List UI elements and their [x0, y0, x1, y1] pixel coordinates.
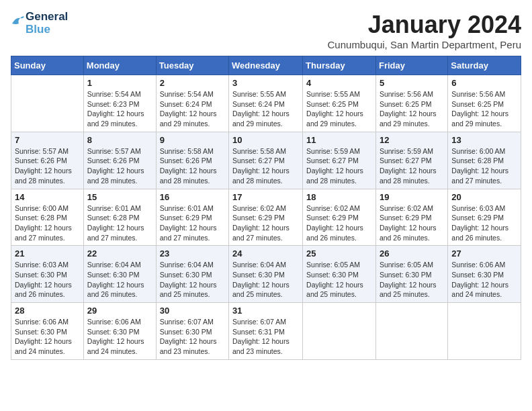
calendar-cell: 18 Sunrise: 6:02 AM Sunset: 6:29 PM Dayl… — [303, 189, 376, 246]
sunrise: Sunrise: 6:06 AM — [87, 318, 141, 326]
page-header: General Blue January 2024 Cunumbuqui, Sa… — [11, 11, 521, 50]
calendar-week-row: 14 Sunrise: 6:00 AM Sunset: 6:28 PM Dayl… — [11, 189, 521, 246]
sunset: Sunset: 6:29 PM — [451, 214, 504, 222]
day-number: 18 — [306, 192, 372, 202]
day-number: 2 — [160, 78, 225, 88]
calendar-cell: 28 Sunrise: 6:06 AM Sunset: 6:30 PM Dayl… — [11, 303, 84, 360]
daylight: Daylight: 12 hours and 23 minutes. — [160, 337, 217, 355]
day-number: 5 — [380, 78, 444, 88]
day-number: 16 — [160, 192, 225, 202]
calendar-day-header: Tuesday — [156, 56, 228, 75]
daylight: Daylight: 12 hours and 26 minutes. — [87, 281, 144, 299]
day-number: 21 — [15, 248, 80, 259]
day-number: 12 — [380, 135, 444, 145]
day-info: Sunrise: 5:59 AM Sunset: 6:27 PM Dayligh… — [306, 146, 372, 186]
daylight: Daylight: 12 hours and 27 minutes. — [160, 224, 217, 242]
day-number: 25 — [306, 248, 372, 259]
calendar-cell: 10 Sunrise: 5:58 AM Sunset: 6:27 PM Dayl… — [229, 132, 303, 189]
sunrise: Sunrise: 6:03 AM — [451, 204, 505, 212]
day-info: Sunrise: 6:05 AM Sunset: 6:30 PM Dayligh… — [306, 260, 372, 300]
day-number: 8 — [87, 135, 152, 145]
calendar-cell: 23 Sunrise: 6:04 AM Sunset: 6:30 PM Dayl… — [156, 246, 228, 303]
calendar-day-header: Wednesday — [229, 56, 303, 75]
day-number: 7 — [15, 135, 80, 145]
sunset: Sunset: 6:31 PM — [232, 328, 285, 336]
calendar-table: SundayMondayTuesdayWednesdayThursdayFrid… — [11, 56, 521, 360]
day-number: 24 — [232, 248, 299, 259]
day-number: 28 — [15, 306, 80, 316]
sunset: Sunset: 6:27 PM — [232, 156, 285, 165]
day-number: 19 — [380, 192, 444, 202]
calendar-week-row: 28 Sunrise: 6:06 AM Sunset: 6:30 PM Dayl… — [11, 303, 521, 360]
calendar-cell: 9 Sunrise: 5:58 AM Sunset: 6:26 PM Dayli… — [156, 132, 228, 189]
logo-bird-icon — [11, 11, 24, 36]
sunrise: Sunrise: 6:02 AM — [306, 204, 360, 212]
day-info: Sunrise: 5:56 AM Sunset: 6:25 PM Dayligh… — [380, 89, 444, 129]
day-info: Sunrise: 6:06 AM Sunset: 6:30 PM Dayligh… — [87, 317, 152, 357]
day-number: 3 — [232, 78, 299, 88]
calendar-cell: 30 Sunrise: 6:07 AM Sunset: 6:30 PM Dayl… — [156, 303, 228, 360]
day-number: 30 — [160, 306, 225, 316]
day-info: Sunrise: 6:02 AM Sunset: 6:29 PM Dayligh… — [232, 203, 299, 243]
day-number: 22 — [87, 248, 152, 259]
daylight: Daylight: 12 hours and 24 minutes. — [87, 337, 144, 355]
calendar-cell — [11, 75, 84, 132]
sunset: Sunset: 6:28 PM — [451, 156, 504, 165]
sunrise: Sunrise: 5:54 AM — [87, 90, 141, 98]
sunrise: Sunrise: 5:57 AM — [15, 147, 69, 155]
day-info: Sunrise: 6:01 AM Sunset: 6:29 PM Dayligh… — [160, 203, 225, 243]
sunrise: Sunrise: 6:01 AM — [160, 204, 214, 212]
sunset: Sunset: 6:30 PM — [87, 271, 140, 279]
location-subtitle: Cunumbuqui, San Martin Department, Peru — [328, 39, 521, 50]
day-info: Sunrise: 6:04 AM Sunset: 6:30 PM Dayligh… — [160, 260, 225, 300]
sunset: Sunset: 6:30 PM — [380, 271, 432, 279]
sunrise: Sunrise: 5:56 AM — [380, 90, 433, 98]
day-info: Sunrise: 5:58 AM Sunset: 6:26 PM Dayligh… — [160, 146, 225, 186]
calendar-cell: 20 Sunrise: 6:03 AM Sunset: 6:29 PM Dayl… — [448, 189, 521, 246]
calendar-week-row: 21 Sunrise: 6:03 AM Sunset: 6:30 PM Dayl… — [11, 246, 521, 303]
daylight: Daylight: 12 hours and 29 minutes. — [306, 109, 363, 128]
day-info: Sunrise: 6:02 AM Sunset: 6:29 PM Dayligh… — [306, 203, 372, 243]
sunset: Sunset: 6:26 PM — [87, 156, 140, 165]
daylight: Daylight: 12 hours and 29 minutes. — [451, 109, 508, 128]
daylight: Daylight: 12 hours and 25 minutes. — [232, 281, 290, 299]
day-number: 4 — [306, 78, 372, 88]
sunset: Sunset: 6:28 PM — [15, 214, 67, 222]
calendar-cell — [303, 303, 376, 360]
calendar-cell: 12 Sunrise: 5:59 AM Sunset: 6:27 PM Dayl… — [375, 132, 447, 189]
day-info: Sunrise: 5:54 AM Sunset: 6:23 PM Dayligh… — [87, 89, 152, 129]
day-info: Sunrise: 6:00 AM Sunset: 6:28 PM Dayligh… — [451, 146, 517, 186]
daylight: Daylight: 12 hours and 25 minutes. — [380, 281, 437, 299]
day-info: Sunrise: 5:56 AM Sunset: 6:25 PM Dayligh… — [451, 89, 517, 129]
sunset: Sunset: 6:30 PM — [451, 271, 504, 279]
calendar-cell: 15 Sunrise: 6:01 AM Sunset: 6:28 PM Dayl… — [83, 189, 156, 246]
calendar-day-header: Saturday — [448, 56, 521, 75]
title-block: January 2024 Cunumbuqui, San Martin Depa… — [328, 11, 521, 50]
calendar-cell: 22 Sunrise: 6:04 AM Sunset: 6:30 PM Dayl… — [83, 246, 156, 303]
daylight: Daylight: 12 hours and 28 minutes. — [15, 167, 72, 185]
day-info: Sunrise: 6:05 AM Sunset: 6:30 PM Dayligh… — [380, 260, 444, 300]
sunset: Sunset: 6:26 PM — [160, 156, 212, 165]
calendar-cell: 31 Sunrise: 6:07 AM Sunset: 6:31 PM Dayl… — [229, 303, 303, 360]
calendar-cell: 4 Sunrise: 5:55 AM Sunset: 6:25 PM Dayli… — [303, 75, 376, 132]
calendar-cell: 1 Sunrise: 5:54 AM Sunset: 6:23 PM Dayli… — [83, 75, 156, 132]
sunrise: Sunrise: 5:54 AM — [160, 90, 214, 98]
day-number: 14 — [15, 192, 80, 202]
sunset: Sunset: 6:30 PM — [160, 328, 212, 336]
logo-general: General — [26, 11, 68, 24]
sunrise: Sunrise: 6:02 AM — [232, 204, 286, 212]
sunrise: Sunrise: 6:03 AM — [15, 261, 69, 269]
sunset: Sunset: 6:29 PM — [380, 214, 432, 222]
calendar-cell: 26 Sunrise: 6:05 AM Sunset: 6:30 PM Dayl… — [375, 246, 447, 303]
sunset: Sunset: 6:30 PM — [306, 271, 359, 279]
calendar-cell: 27 Sunrise: 6:06 AM Sunset: 6:30 PM Dayl… — [448, 246, 521, 303]
daylight: Daylight: 12 hours and 25 minutes. — [160, 281, 217, 299]
sunset: Sunset: 6:24 PM — [232, 100, 285, 108]
calendar-cell: 24 Sunrise: 6:04 AM Sunset: 6:30 PM Dayl… — [229, 246, 303, 303]
sunrise: Sunrise: 6:04 AM — [160, 261, 214, 269]
daylight: Daylight: 12 hours and 28 minutes. — [380, 167, 437, 185]
day-number: 31 — [232, 306, 299, 316]
day-info: Sunrise: 6:01 AM Sunset: 6:28 PM Dayligh… — [87, 203, 152, 243]
sunrise: Sunrise: 6:01 AM — [87, 204, 141, 212]
sunset: Sunset: 6:28 PM — [87, 214, 140, 222]
